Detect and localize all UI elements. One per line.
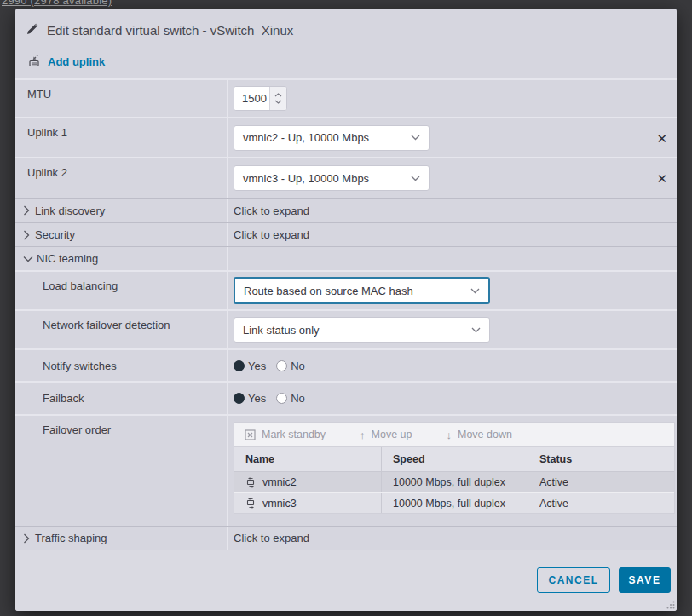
failback-row: Failback Yes No xyxy=(15,381,677,414)
link-discovery-row[interactable]: Link discovery Click to expand xyxy=(15,198,677,222)
column-header-name: Name xyxy=(234,447,381,471)
edit-vswitch-dialog: Edit standard virtual switch - vSwitch_X… xyxy=(15,9,677,611)
uplink1-select[interactable]: vmnic2 - Up, 10000 Mbps xyxy=(234,125,430,151)
column-header-speed: Speed xyxy=(381,447,528,471)
table-row-vmnic3[interactable]: vmnic3 10000 Mbps, full duplex Active xyxy=(234,492,674,513)
resize-grip[interactable] xyxy=(666,601,675,609)
failback-radio-group: Yes No xyxy=(234,392,305,405)
failover-order-row: Failover order Mark standby ↑ Move up xyxy=(15,414,677,526)
nic-status: Active xyxy=(528,493,674,513)
column-header-status: Status xyxy=(528,447,674,471)
uplink1-label: Uplink 1 xyxy=(15,118,227,157)
nic-speed: 10000 Mbps, full duplex xyxy=(381,472,528,492)
spinner-up-icon xyxy=(274,93,282,97)
uplink1-value: vmnic2 - Up, 10000 Mbps xyxy=(243,131,369,144)
uplink2-label: Uplink 2 xyxy=(15,158,227,198)
notify-switches-yes-radio[interactable]: Yes xyxy=(234,360,266,372)
move-down-button[interactable]: ↓ Move down xyxy=(446,429,511,441)
remove-uplink2-button[interactable]: ✕ xyxy=(656,172,667,185)
pencil-icon xyxy=(26,22,39,36)
mtu-input[interactable] xyxy=(234,87,269,110)
mtu-row: MTU xyxy=(15,78,677,117)
radio-selected-icon xyxy=(234,393,245,404)
failback-label: Failback xyxy=(15,383,227,414)
move-up-label: Move up xyxy=(372,429,412,440)
notify-switches-label: Notify switches xyxy=(15,350,227,381)
failback-no-radio[interactable]: No xyxy=(276,392,305,405)
failover-order-label: Failover order xyxy=(15,416,227,526)
security-row[interactable]: Security Click to expand xyxy=(15,222,677,246)
uplink1-row: Uplink 1 vmnic2 - Up, 10000 Mbps ✕ xyxy=(15,117,677,157)
chevron-down-icon xyxy=(23,256,33,262)
dialog-footer: CANCEL SAVE xyxy=(15,550,677,611)
add-uplink-button[interactable]: Add uplink xyxy=(48,54,105,68)
radio-label: Yes xyxy=(248,360,266,372)
failover-detection-value: Link status only xyxy=(243,324,320,337)
arrow-down-icon: ↓ xyxy=(446,429,452,441)
background-page-text: 2990 (2978 available) xyxy=(2,0,112,7)
save-button[interactable]: SAVE xyxy=(619,567,671,593)
notify-switches-no-radio[interactable]: No xyxy=(276,360,305,372)
nic-add-icon xyxy=(27,54,42,68)
chevron-right-icon xyxy=(23,205,30,216)
chevron-down-icon xyxy=(411,176,420,181)
traffic-shaping-hint: Click to expand xyxy=(234,532,309,544)
arrow-up-icon: ↑ xyxy=(360,429,366,441)
table-row-vmnic2[interactable]: vmnic2 10000 Mbps, full duplex Active xyxy=(234,472,674,492)
radio-label: Yes xyxy=(248,392,266,405)
cancel-button[interactable]: CANCEL xyxy=(537,567,610,593)
failover-order-table-header: Name Speed Status xyxy=(234,446,674,472)
failover-detection-row: Network failover detection Link status o… xyxy=(15,309,677,348)
uplink2-value: vmnic3 - Up, 10000 Mbps xyxy=(243,172,369,185)
traffic-shaping-label: Traffic shaping xyxy=(35,532,107,544)
notify-switches-radio-group: Yes No xyxy=(234,360,305,372)
chevron-right-icon xyxy=(23,230,30,240)
move-up-button[interactable]: ↑ Move up xyxy=(360,429,412,441)
nic-name: vmnic2 xyxy=(262,476,297,488)
load-balancing-label: Load balancing xyxy=(15,272,227,309)
add-uplink-bar: Add uplink xyxy=(15,48,677,78)
dialog-title: Edit standard virtual switch - vSwitch_X… xyxy=(47,22,293,37)
nic-teaming-row[interactable]: NIC teaming xyxy=(15,246,677,270)
move-down-label: Move down xyxy=(458,429,512,440)
nic-status: Active xyxy=(528,472,674,492)
mtu-label: MTU xyxy=(15,80,227,117)
mtu-spinner[interactable] xyxy=(269,87,286,110)
chevron-right-icon xyxy=(23,533,30,544)
load-balancing-row: Load balancing Route based on source MAC… xyxy=(15,270,677,309)
link-discovery-hint: Click to expand xyxy=(234,204,309,217)
nic-icon xyxy=(245,498,257,509)
security-hint: Click to expand xyxy=(234,228,309,241)
spinner-down-icon xyxy=(274,100,282,104)
nic-teaming-label: NIC teaming xyxy=(37,252,98,265)
link-discovery-label: Link discovery xyxy=(35,204,105,217)
radio-unselected-icon xyxy=(276,360,287,371)
mark-standby-icon xyxy=(245,429,256,440)
radio-label: No xyxy=(291,360,305,372)
security-label: Security xyxy=(35,228,75,241)
uplink2-select[interactable]: vmnic3 - Up, 10000 Mbps xyxy=(234,165,430,191)
chevron-down-icon xyxy=(471,327,481,333)
chevron-down-icon xyxy=(411,135,420,141)
failover-detection-label: Network failover detection xyxy=(15,311,227,348)
radio-unselected-icon xyxy=(276,393,287,404)
mark-standby-button[interactable]: Mark standby xyxy=(245,429,326,440)
radio-selected-icon xyxy=(234,360,245,371)
uplink2-row: Uplink 2 vmnic3 - Up, 10000 Mbps ✕ xyxy=(15,157,677,198)
nic-name: vmnic3 xyxy=(262,498,297,509)
failover-detection-select[interactable]: Link status only xyxy=(234,317,490,343)
nic-icon xyxy=(245,477,257,488)
load-balancing-value: Route based on source MAC hash xyxy=(244,285,413,297)
radio-label: No xyxy=(291,392,305,405)
failover-order-toolbar: Mark standby ↑ Move up ↓ Move down xyxy=(234,423,674,446)
failover-order-table: Mark standby ↑ Move up ↓ Move down Name … xyxy=(234,422,675,514)
dialog-header: Edit standard virtual switch - vSwitch_X… xyxy=(15,9,677,48)
mark-standby-label: Mark standby xyxy=(262,429,326,440)
mtu-numbox xyxy=(234,86,287,111)
chevron-down-icon xyxy=(470,288,480,294)
failback-yes-radio[interactable]: Yes xyxy=(234,392,266,405)
traffic-shaping-row[interactable]: Traffic shaping Click to expand xyxy=(15,526,677,550)
load-balancing-select[interactable]: Route based on source MAC hash xyxy=(234,277,490,304)
notify-switches-row: Notify switches Yes No xyxy=(15,348,677,381)
remove-uplink1-button[interactable]: ✕ xyxy=(656,131,667,144)
